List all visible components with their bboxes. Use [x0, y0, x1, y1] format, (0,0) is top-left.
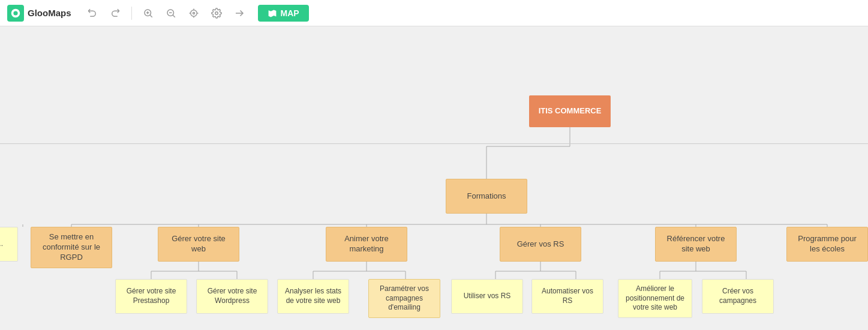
zoom-out-button[interactable]: [162, 4, 180, 22]
map-button[interactable]: MAP: [258, 5, 309, 22]
node-ameliorer[interactable]: Améliorer le positionnement de votre sit…: [618, 279, 692, 318]
svg-line-3: [150, 15, 152, 17]
undo-button[interactable]: [83, 4, 101, 22]
node-wordpress[interactable]: Gérer votre site Wordpress: [196, 279, 268, 314]
canvas: ITIS COMMERCE Formations ... Se mettre e…: [0, 26, 868, 330]
zoom-in-button[interactable]: [139, 4, 157, 22]
node-left-hidden[interactable]: ...: [0, 227, 18, 262]
node-gerer-site[interactable]: Gérer votre site web: [158, 227, 239, 262]
target-button[interactable]: [185, 4, 203, 22]
node-gerer-rs[interactable]: Gérer vos RS: [500, 227, 581, 262]
map-button-label: MAP: [281, 8, 299, 18]
arrow-button[interactable]: [230, 4, 248, 22]
node-animer[interactable]: Animer votre marketing: [326, 227, 407, 262]
settings-button[interactable]: [208, 4, 226, 22]
node-prestashop[interactable]: Gérer votre site Prestashop: [115, 279, 187, 314]
separator-1: [131, 7, 132, 20]
svg-point-7: [190, 10, 197, 16]
node-automatiser-rs[interactable]: Automatiser vos RS: [531, 279, 603, 314]
logo-text: GlooMaps: [28, 8, 71, 18]
node-conformite[interactable]: Se mettre en conformité sur le RGPD: [31, 227, 112, 268]
h-divider: [0, 143, 868, 144]
node-analyser[interactable]: Analyser les stats de votre site web: [277, 279, 349, 314]
node-programme[interactable]: Programme pour les écoles: [786, 227, 868, 262]
node-referencer[interactable]: Référencer votre site web: [655, 227, 737, 262]
node-parametrer[interactable]: Paramétrer vos campagnes d'emailing: [368, 279, 440, 318]
svg-line-6: [173, 15, 175, 17]
node-creer-campagnes[interactable]: Créer vos campagnes: [702, 279, 774, 314]
svg-point-13: [215, 11, 218, 14]
node-root[interactable]: ITIS COMMERCE: [529, 95, 611, 127]
logo-icon: [7, 5, 24, 22]
toolbar: GlooMaps MAP: [0, 0, 868, 26]
redo-button[interactable]: [106, 4, 124, 22]
svg-point-8: [193, 12, 194, 14]
node-formations[interactable]: Formations: [446, 179, 527, 214]
logo: GlooMaps: [7, 5, 71, 22]
node-utiliser-rs[interactable]: Utiliser vos RS: [451, 279, 523, 314]
